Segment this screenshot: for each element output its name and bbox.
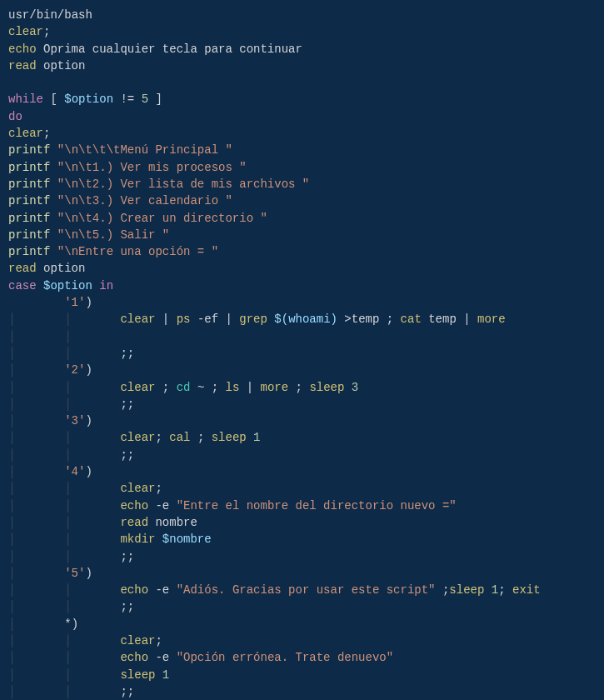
code-line: │ '5') [8, 565, 596, 582]
code-line: printf "\n\t5.) Salir " [8, 227, 596, 243]
code-line: clear; [8, 125, 596, 142]
code-line: usr/bin/bash [8, 7, 596, 23]
code-line: read option [8, 260, 596, 277]
code-line: │ │ ;; [8, 548, 596, 565]
code-line: echo Oprima cualquier tecla para continu… [8, 41, 596, 58]
code-line: │ │ ;; [8, 396, 596, 412]
code-line [8, 74, 596, 91]
code-line: printf "\n\t1.) Ver mis procesos " [8, 159, 596, 176]
code-line: │ │ echo -e "Entre el nombre del directo… [8, 498, 596, 514]
code-line: case $option in [8, 278, 596, 294]
code-line: │ │ ;; [8, 447, 596, 463]
code-line: │ │ mkdir $nombre [8, 531, 596, 548]
code-line: │ │ echo -e "Opción errónea. Trate denue… [8, 649, 596, 666]
code-line: │ │ [8, 328, 596, 345]
code-block: usr/bin/bash clear; echo Oprima cualquie… [8, 7, 596, 700]
code-line: │ │ clear; [8, 480, 596, 497]
code-line: clear; [8, 23, 596, 40]
code-line: printf "\n\t\t\tMenú Principal " [8, 142, 596, 158]
code-line: printf "\n\t2.) Ver lista de mis archivo… [8, 176, 596, 192]
code-line: │ '2') [8, 362, 596, 378]
code-line: │ '3') [8, 412, 596, 429]
code-line: │ │ clear; [8, 632, 596, 649]
code-line: │ │ ;; [8, 345, 596, 362]
code-line: │ │ clear ; cd ~ ; ls | more ; sleep 3 [8, 379, 596, 396]
code-line: │ '4') [8, 463, 596, 480]
code-line: │ │ echo -e "Adiós. Gracias por usar est… [8, 582, 596, 598]
code-line: printf "\n\t3.) Ver calendario " [8, 192, 596, 209]
code-line: while [ $option != 5 ] [8, 91, 596, 108]
code-line: │ │ read nombre [8, 514, 596, 531]
code-line: │ *) [8, 616, 596, 632]
code-line: printf "\nEntre una opción = " [8, 243, 596, 260]
code-line: │ │ ;; [8, 683, 596, 700]
code-line: │ │ clear; cal ; sleep 1 [8, 429, 596, 446]
code-line: '1') [8, 294, 596, 311]
code-line: read option [8, 58, 596, 74]
code-line: printf "\n\t4.) Crear un directorio " [8, 210, 596, 227]
code-line: │ │ clear | ps -ef | grep $(whoami) >tem… [8, 311, 596, 328]
code-line: │ │ ;; [8, 598, 596, 615]
code-line: │ │ sleep 1 [8, 667, 596, 683]
code-line: do [8, 108, 596, 125]
